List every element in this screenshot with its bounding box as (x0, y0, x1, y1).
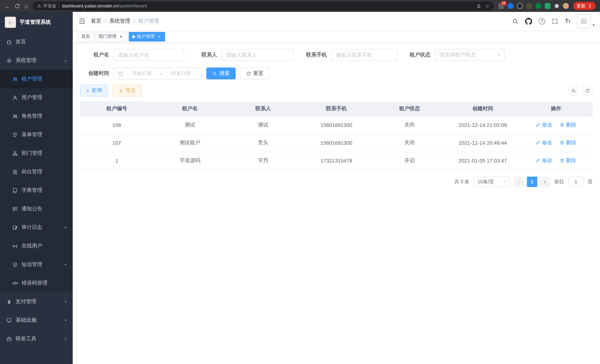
sidebar-item-role[interactable]: 角色管理 (0, 107, 73, 125)
edit-link[interactable]: 修改 (536, 157, 552, 164)
extension-icon[interactable] (517, 3, 523, 9)
table-header-row: 租户编号 租户名 联系人 联系手机 租户状态 创建时间 操作 (80, 101, 593, 116)
edit-link[interactable]: 修改 (536, 122, 552, 128)
extension-badge: 10 (501, 1, 506, 6)
back-button[interactable]: ← (4, 3, 10, 9)
sidebar-toggle-icon[interactable] (78, 18, 86, 25)
delete-link[interactable]: 删除 (560, 157, 576, 164)
column-header: 操作 (519, 101, 593, 116)
github-icon[interactable] (525, 18, 532, 25)
export-button[interactable]: 导出 (112, 84, 142, 96)
column-header: 租户编号 (80, 101, 153, 116)
contact-input[interactable] (222, 49, 294, 61)
cell-created: 2021-01-05 17:03:47 (446, 152, 519, 169)
extensions-area: 10 (498, 3, 569, 9)
delete-link[interactable]: 删除 (560, 122, 576, 128)
refresh-table-button[interactable] (582, 85, 593, 96)
navbar: 首页 / 系统管理 / 租户管理 ? T T (73, 12, 600, 30)
search-form: 租户名 联系人 联系手机 租户状态 (80, 49, 593, 79)
refresh-icon (246, 71, 251, 76)
sidebar-item-label: 角色管理 (21, 113, 42, 120)
extension-icon[interactable] (508, 3, 514, 9)
extension-icon[interactable] (535, 3, 541, 9)
close-icon[interactable]: × (118, 34, 123, 39)
sidebar-item-menu[interactable]: 菜单管理 (0, 125, 73, 144)
fullscreen-icon[interactable] (552, 18, 558, 24)
sidebar-item-dept[interactable]: 部门管理 (0, 144, 73, 162)
sidebar-item-post[interactable]: 岗位管理 (0, 162, 73, 181)
table-row: 107 测试租户 秃头 15601691300 关闭 2021-12-14 20… (80, 134, 593, 152)
reset-button[interactable]: 重置 (240, 67, 269, 79)
extension-icon[interactable]: 10 (498, 3, 504, 9)
extension-icon[interactable] (526, 3, 532, 9)
filter-tenant-name: 租户名 (86, 49, 184, 61)
search-button[interactable]: 搜索 (206, 67, 236, 79)
sidebar-item-online-users[interactable]: 在线用户 (0, 237, 73, 255)
field-label: 联系人 (194, 52, 217, 58)
menu-kebab-icon[interactable]: ⋮ (587, 3, 592, 9)
broken-image-icon (581, 18, 587, 25)
user-avatar-dropdown[interactable]: ▾ (577, 14, 594, 28)
toggle-search-button[interactable] (568, 85, 579, 96)
reset-button-label: 重置 (253, 70, 263, 77)
reload-button[interactable] (14, 3, 20, 9)
sidebar-item-tenant[interactable]: 租户管理 (0, 70, 73, 88)
sidebar-item-label: 短信管理 (21, 261, 42, 268)
edit-link[interactable]: 修改 (536, 140, 552, 146)
date-range-picker[interactable]: 开始日期 - 结束日期 (113, 67, 202, 79)
sidebar-item-infra[interactable]: 基础设施 ▾ (0, 311, 73, 329)
sidebar-item-dict[interactable]: 字典管理 (0, 181, 73, 200)
logo[interactable]: 芋道管理系统 (0, 12, 73, 33)
status-select[interactable]: 请选择租户状态 ▾ (435, 49, 505, 61)
extensions-puzzle-icon[interactable] (554, 3, 560, 9)
sidebar-item-payment[interactable]: ¥ 支付管理 ▾ (0, 292, 73, 311)
profile-avatar[interactable] (563, 3, 569, 9)
code-icon: </> (12, 281, 18, 285)
close-icon[interactable]: × (157, 34, 162, 39)
select-placeholder: 请选择租户状态 (439, 52, 476, 58)
page-1-button[interactable]: 1 (527, 177, 537, 187)
address-bar[interactable]: ⚠ 不安全 dashboard.yudao.iocoder.cn /system… (33, 1, 494, 10)
bookmark-star-icon[interactable]: ☆ (485, 3, 489, 9)
delete-link[interactable]: 删除 (560, 140, 576, 146)
sidebar-item-error-code[interactable]: </> 错误码管理 (0, 274, 73, 292)
tenant-name-input[interactable] (113, 49, 184, 61)
yen-icon: ¥ (6, 299, 12, 304)
avatar (577, 14, 591, 28)
goto-page-input[interactable] (568, 177, 583, 187)
tab-dept[interactable]: 部门管理 × (95, 32, 127, 41)
extension-icon[interactable] (545, 3, 551, 9)
font-size-icon[interactable]: T T (565, 18, 570, 25)
field-label: 租户状态 (407, 52, 431, 58)
share-icon[interactable] (477, 3, 481, 8)
sidebar-item-home[interactable]: 首页 (0, 33, 73, 51)
phone-input[interactable] (331, 49, 397, 61)
page-size-select[interactable]: 10条/页 ▾ (474, 177, 510, 187)
table-tools (568, 85, 593, 96)
pagination: 共 3 条 10条/页 ▾ ‹ 1 › 前往 页 (80, 177, 593, 187)
sidebar-item-label: 岗位管理 (21, 168, 42, 175)
search-icon[interactable] (512, 18, 519, 24)
help-icon[interactable]: ? (539, 18, 545, 24)
sidebar-item-system[interactable]: 系统管理 ▴ (0, 51, 73, 70)
breadcrumb: 首页 / 系统管理 / 租户管理 (91, 18, 159, 25)
breadcrumb-home[interactable]: 首页 (91, 18, 101, 25)
add-button[interactable]: + 新增 (80, 84, 108, 96)
delete-label: 删除 (566, 140, 576, 146)
next-page-button[interactable]: › (540, 177, 550, 187)
sidebar-item-audit-log[interactable]: 审计日志 ▾ (0, 218, 73, 237)
home-button[interactable]: ⌂ (25, 3, 28, 9)
tab-home[interactable]: 首页 (78, 32, 94, 41)
breadcrumb-system[interactable]: 系统管理 (110, 18, 130, 25)
tab-label: 首页 (81, 33, 90, 40)
sidebar-item-label: 审计日志 (21, 224, 42, 231)
sidebar-item-notice[interactable]: 通知公告 (0, 200, 73, 218)
sidebar-item-dev-tools[interactable]: 研发工具 ▾ (0, 329, 73, 348)
prev-page-button[interactable]: ‹ (514, 177, 525, 187)
filter-row-1: 租户名 联系人 联系手机 租户状态 (86, 49, 593, 61)
sidebar-item-user[interactable]: 用户管理 (0, 88, 73, 107)
tab-tenant[interactable]: 租户管理 × (129, 32, 165, 41)
sidebar-item-sms[interactable]: 短信管理 ▾ (0, 255, 73, 274)
security-indicator[interactable]: ⚠ 不安全 (37, 3, 56, 9)
update-button[interactable]: 更新 ⋮ (573, 2, 596, 10)
